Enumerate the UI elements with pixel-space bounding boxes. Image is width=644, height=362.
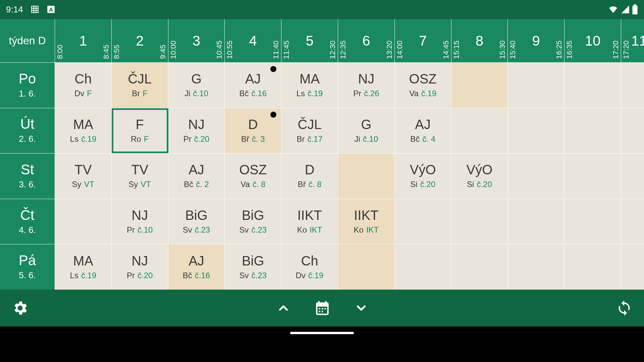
day-row: Čt4. 6.NJPrč.10BiGSvč.23BiGSvč.23IIKTKoI… xyxy=(0,199,644,244)
lesson-meta: Bčč. 4 xyxy=(410,134,435,144)
lesson-cell[interactable]: BiGSvč.23 xyxy=(225,199,281,244)
teacher-label: Br xyxy=(297,134,305,144)
period-start-time: 10:00 xyxy=(168,19,178,62)
lesson-cell[interactable]: TVSyVT xyxy=(112,154,168,199)
lesson-cell[interactable]: AJBčč.16 xyxy=(225,63,281,108)
day-name: St xyxy=(21,163,34,177)
signal-icon xyxy=(621,5,630,14)
empty-cell xyxy=(451,108,508,154)
lesson-cell[interactable]: NJPrč.20 xyxy=(168,108,225,154)
day-date: 4. 6. xyxy=(19,225,36,235)
lesson-cell[interactable]: BiGSvč.23 xyxy=(168,199,225,244)
lesson-meta: SyVT xyxy=(128,180,151,189)
teacher-label: Bř xyxy=(298,180,306,189)
lesson-cell[interactable]: MALsč.19 xyxy=(55,244,112,290)
teacher-label: Sy xyxy=(72,180,82,189)
period-start-time: 17:20 xyxy=(621,19,631,62)
room-label: č.19 xyxy=(308,271,323,280)
lesson-cell[interactable]: MALsč.19 xyxy=(281,63,338,108)
empty-cell xyxy=(565,108,621,154)
lesson-cell[interactable]: ChDvč.19 xyxy=(281,244,338,290)
room-label: IKT xyxy=(366,225,379,235)
lesson-meta: Sič.20 xyxy=(467,180,492,189)
lesson-meta: KoIKT xyxy=(354,225,379,235)
lesson-cell[interactable]: ČJLBrF xyxy=(112,63,168,108)
period-number: 8 xyxy=(462,19,498,62)
lesson-cell[interactable]: VýOSič.20 xyxy=(451,154,508,199)
period-start-time: 8:55 xyxy=(112,19,122,62)
period-col-1: 8:0018:45 xyxy=(55,19,112,62)
settings-icon[interactable] xyxy=(11,299,29,317)
lesson-cell[interactable]: DBřč. 3 xyxy=(225,108,281,154)
subject-label: VýO xyxy=(467,163,493,176)
lesson-cell[interactable]: BiGSvč.23 xyxy=(225,244,281,290)
room-label: č.20 xyxy=(477,180,492,189)
period-end-time: 14:45 xyxy=(441,19,451,62)
lesson-cell[interactable]: NJPrč.10 xyxy=(112,199,168,244)
lesson-cell[interactable]: DBřč. 8 xyxy=(281,154,338,199)
bottom-toolbar xyxy=(0,290,644,326)
chevron-down-icon[interactable] xyxy=(354,301,368,315)
subject-label: OSZ xyxy=(239,163,267,176)
lesson-cell[interactable]: AJBčč.16 xyxy=(168,244,225,290)
battery-icon xyxy=(632,4,638,14)
period-end-time: 11:40 xyxy=(271,19,281,62)
day-label: Út2. 6. xyxy=(0,108,55,154)
period-col-2: 8:5529:45 xyxy=(112,19,168,62)
subject-label: ČJL xyxy=(298,118,322,131)
subject-label: NJ xyxy=(131,254,148,267)
lesson-meta: Bčč.16 xyxy=(183,271,210,280)
lesson-meta: Bčč.16 xyxy=(239,89,267,98)
lesson-cell[interactable]: IIKTKoIKT xyxy=(338,199,395,244)
day-row: St3. 6.TVSyVTTVSyVTAJBčč. 2OSZVač. 8DBřč… xyxy=(0,153,644,199)
lesson-meta: Lsč.19 xyxy=(297,89,323,98)
subject-label: BiG xyxy=(242,254,264,267)
lesson-cell[interactable]: OSZVač.19 xyxy=(395,63,451,108)
lesson-cell[interactable]: GJič.10 xyxy=(168,63,225,108)
nav-pill[interactable] xyxy=(290,332,354,334)
timetable-grid: Po1. 6.ChDvFČJLBrFGJič.10AJBčč.16MALsč.1… xyxy=(0,62,644,290)
lesson-meta: Dvč.19 xyxy=(296,271,324,280)
period-end-time: 9:45 xyxy=(158,19,168,62)
subject-label: D xyxy=(248,118,258,131)
period-number: 3 xyxy=(178,19,215,62)
lesson-cell[interactable]: MALsč.19 xyxy=(55,108,112,154)
period-col-11: 17:2011 xyxy=(621,19,644,62)
lesson-cell[interactable]: IIKTKoIKT xyxy=(281,199,338,244)
subject-label: TV xyxy=(74,163,92,176)
sync-icon[interactable] xyxy=(616,300,633,316)
lesson-cell[interactable]: NJPrč.26 xyxy=(338,63,395,108)
lesson-cell[interactable]: AJBčč. 2 xyxy=(168,154,225,199)
empty-cell xyxy=(621,154,644,199)
lesson-cell[interactable]: AJBčč. 4 xyxy=(395,108,451,154)
svg-rect-8 xyxy=(634,4,636,6)
lesson-meta: Prč.26 xyxy=(353,89,379,98)
lesson-cell[interactable]: GJič.10 xyxy=(338,108,395,154)
period-number: 2 xyxy=(122,19,158,62)
room-label: č. 2 xyxy=(196,180,209,189)
period-start-time: 12:35 xyxy=(338,19,348,62)
subject-label: TV xyxy=(131,163,148,176)
calendar-icon[interactable] xyxy=(314,300,331,316)
day-label: Po1. 6. xyxy=(0,63,55,108)
room-label: č.20 xyxy=(138,271,153,280)
lesson-meta: Břč. 8 xyxy=(298,180,322,189)
period-end-time: 12:30 xyxy=(328,19,338,62)
teacher-label: Va xyxy=(240,180,250,189)
lesson-cell[interactable]: TVSyVT xyxy=(55,154,112,199)
lesson-cell[interactable]: ČJLBrč.17 xyxy=(281,108,338,154)
lesson-cell[interactable]: ChDvF xyxy=(55,63,112,108)
chevron-up-icon[interactable] xyxy=(276,301,290,315)
lesson-cell[interactable]: NJPrč.20 xyxy=(112,244,168,290)
day-row: Pá5. 6.MALsč.19NJPrč.20AJBčč.16BiGSvč.23… xyxy=(0,244,644,290)
lesson-cell[interactable]: OSZVač. 8 xyxy=(225,154,281,199)
room-label: č.20 xyxy=(194,134,209,144)
lesson-cell[interactable]: VýOSič.20 xyxy=(395,154,451,199)
period-col-4: 10:55411:40 xyxy=(225,19,281,62)
room-label: č.19 xyxy=(308,89,323,98)
teacher-label: Bč xyxy=(183,271,192,280)
subject-label: Ch xyxy=(74,72,92,85)
lesson-cell[interactable]: FRoF xyxy=(112,108,168,154)
empty-cell xyxy=(508,154,565,199)
subject-label: ČJL xyxy=(128,72,152,85)
